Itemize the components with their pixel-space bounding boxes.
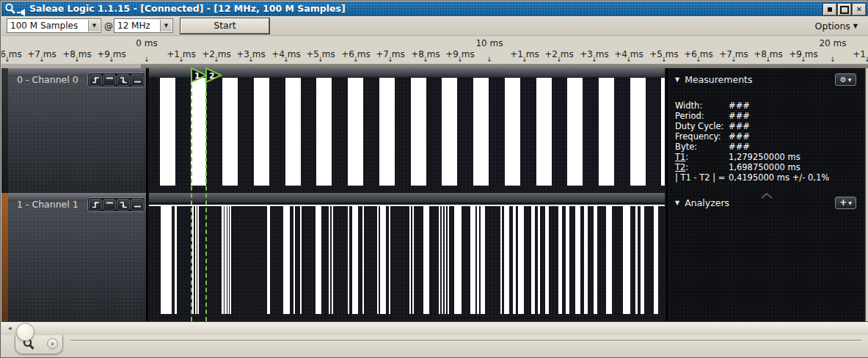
- waveform-area[interactable]: [149, 68, 665, 321]
- tick-arrow-icon: ↓: [353, 56, 359, 63]
- maximize-button[interactable]: [838, 4, 851, 15]
- channel-1-trigger-group: [87, 197, 145, 212]
- options-menu[interactable]: Options ▼: [815, 21, 858, 32]
- channel-1-pulse: [594, 206, 597, 314]
- close-icon: ✕: [856, 6, 862, 13]
- analyzers-title: Analyzers: [685, 197, 729, 208]
- channel-1-pulse: [445, 206, 446, 314]
- scroll-left-arrow-icon[interactable]: ◂: [8, 324, 12, 332]
- high-level-trigger-button[interactable]: [103, 74, 116, 86]
- bottom-groove: [70, 340, 861, 342]
- measurement-label: Frequency:: [675, 131, 729, 142]
- tick-arrow-icon: ↓: [731, 56, 737, 63]
- tick-arrow-icon: ↓: [248, 56, 254, 63]
- channel-1-pulse: [161, 206, 172, 314]
- low-level-trigger-button[interactable]: [131, 74, 144, 86]
- measurement-value: ###: [729, 131, 750, 142]
- measurement-label: | T1 - T2 | =: [675, 172, 729, 183]
- app-window: Saleae Logic 1.1.15 - [Connected] - [12 …: [0, 0, 868, 358]
- tick-arrow-icon: ↓: [457, 56, 463, 63]
- measurement-row: Duty Cycle:###: [675, 121, 858, 131]
- channel-1-pulse: [558, 206, 562, 314]
- channel-0-panel: 0 - Channel 0: [1, 68, 147, 193]
- expand-chevron-icon[interactable]: ›: [47, 338, 58, 349]
- channel-0-color-strip: [1, 68, 8, 193]
- channel-1-pulse: [477, 206, 479, 314]
- measurements-settings-button[interactable]: ⚙ ▼: [835, 73, 856, 86]
- channel-1-pulse: [389, 206, 390, 314]
- tick-arrow-icon: ↓: [387, 56, 393, 63]
- channel-0-pulse: [661, 78, 665, 186]
- tick-arrow-icon: ↓: [591, 56, 597, 63]
- chevron-down-icon[interactable]: ▼: [160, 20, 172, 32]
- tick-arrow-icon: ↓: [626, 56, 632, 63]
- channel-1-pulse: [175, 206, 177, 314]
- channel-1-pulse: [504, 206, 509, 314]
- channel-1-pulse: [518, 206, 524, 314]
- timing-marker-flag[interactable]: 2: [205, 67, 222, 86]
- channel-0-pulse: [254, 78, 269, 186]
- channel-1-pulse: [316, 206, 321, 314]
- chevron-down-icon: ▼: [848, 201, 852, 205]
- tick-arrow-icon: ↓: [109, 56, 114, 63]
- tick-arrow-icon: ↓: [4, 56, 10, 63]
- section-collapse-icon[interactable]: ▼: [675, 76, 679, 83]
- high-level-trigger-button[interactable]: [103, 199, 116, 211]
- minimize-button[interactable]: [823, 4, 836, 15]
- channel-1-pulse: [195, 206, 197, 314]
- rising-edge-trigger-button[interactable]: [89, 199, 102, 211]
- measurement-row: T1:1,279250000 ms: [675, 152, 858, 162]
- low-level-trigger-button[interactable]: [131, 199, 144, 211]
- sample-rate-value: 12 MHz: [117, 21, 150, 31]
- start-button[interactable]: Start: [180, 18, 269, 34]
- falling-edge-trigger-button[interactable]: [117, 74, 130, 86]
- measurement-value: ###: [729, 111, 750, 121]
- channel-1-pulse: [442, 206, 443, 314]
- channel-1-pulse: [329, 206, 330, 314]
- falling-edge-trigger-button[interactable]: [117, 199, 130, 211]
- section-collapse-icon[interactable]: ▼: [675, 200, 679, 206]
- horizontal-scrollbar[interactable]: ◂: [1, 321, 868, 335]
- channel-1-pulse: [222, 206, 224, 314]
- tick-arrow-icon: ↓: [178, 56, 184, 63]
- channel-1-pulse: [635, 206, 638, 314]
- tick-arrow-icon: ↓: [214, 56, 219, 63]
- bottom-bar: ›: [1, 335, 868, 357]
- ruler-major-tick-label: 10 ms: [475, 38, 503, 48]
- analyzers-section-header[interactable]: ▼ Analyzers: [675, 197, 729, 208]
- channel-1-pulse: [566, 206, 569, 314]
- title-bar[interactable]: Saleae Logic 1.1.15 - [Connected] - [12 …: [1, 1, 868, 16]
- sample-rate-select[interactable]: 12 MHz ▼: [114, 18, 173, 33]
- channel-1-pulse: [332, 206, 333, 314]
- channel-0-pulse: [160, 78, 175, 186]
- channel-1-pulse: [531, 206, 535, 314]
- measurement-label: T1:: [675, 152, 729, 162]
- window-frame-edge: [865, 68, 868, 321]
- section-divider[interactable]: [668, 188, 865, 195]
- measurement-row: T2:1,698750000 ms: [675, 162, 858, 172]
- add-analyzer-button[interactable]: + ▼: [835, 197, 856, 209]
- channel-1-pulse: [283, 206, 290, 314]
- close-button[interactable]: ✕: [853, 4, 866, 15]
- samples-select[interactable]: 100 M Samples ▼: [7, 18, 101, 33]
- timing-marker-line[interactable]: [205, 77, 207, 321]
- tick-arrow-icon: ↓: [765, 56, 771, 63]
- channel-1-pulse: [230, 206, 231, 314]
- measurements-table: Width:###Period:###Duty Cycle:###Frequen…: [675, 101, 858, 183]
- channel-1-pulse: [513, 206, 516, 314]
- tick-arrow-icon: ↓: [74, 56, 80, 63]
- measurement-label: Period:: [675, 111, 729, 121]
- timeline-ruler[interactable]: 0 ms10 ms20 ms+6 ms+7 ms+8 ms+9 ms+1 ms+…: [1, 36, 868, 64]
- timing-marker-line[interactable]: [191, 77, 192, 321]
- scrollbar-thumb[interactable]: [16, 323, 34, 341]
- channel-1-color-strip: [1, 193, 8, 321]
- channel-1-pulse: [470, 206, 475, 314]
- rising-edge-trigger-button[interactable]: [89, 74, 102, 86]
- channel-0-pulse: [411, 78, 426, 186]
- channel-1-pulse: [654, 206, 658, 314]
- channel-0-pulse: [348, 78, 363, 186]
- measurements-section-header[interactable]: ▼ Measurements: [675, 74, 752, 85]
- channel-1-pulse: [423, 206, 429, 314]
- chevron-down-icon[interactable]: ▼: [88, 20, 100, 32]
- tick-arrow-icon: ↓: [830, 56, 836, 63]
